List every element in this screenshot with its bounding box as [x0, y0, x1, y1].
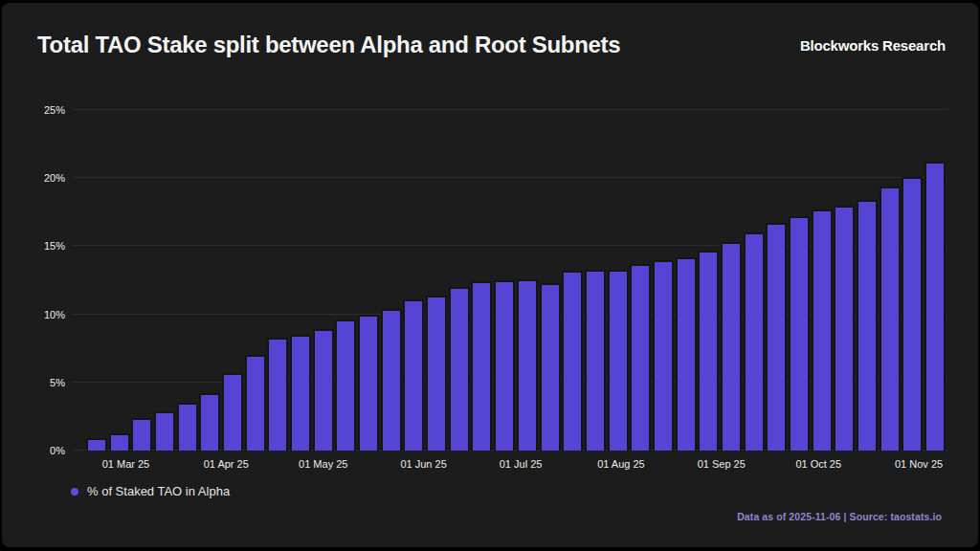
bar-2025-07-31 [608, 270, 629, 451]
x-tick-label: 01 Nov 25 [895, 458, 943, 470]
bar-2025-05-22 [381, 309, 402, 451]
bar-2025-10-16 [857, 200, 878, 451]
gridline-20% [73, 177, 947, 178]
bar-2025-05-01 [313, 329, 334, 451]
x-tick-label: 01 Apr 25 [204, 458, 249, 470]
bar-2025-06-05 [426, 296, 447, 451]
page-title: Total TAO Stake split between Alpha and … [37, 32, 620, 58]
bar-2025-05-08 [335, 320, 356, 451]
brand-text: Blockworks Research [800, 37, 946, 54]
x-tick-label: 01 May 25 [299, 458, 347, 470]
bar-2025-02-20 [86, 438, 107, 451]
bar-2025-03-06 [131, 418, 152, 451]
y-tick-label: 5% [2, 376, 65, 389]
bar-2025-02-27 [109, 433, 130, 452]
bar-2025-06-26 [494, 280, 515, 451]
bar-2025-08-28 [698, 251, 719, 451]
plot-area [73, 110, 947, 451]
bar-2025-05-15 [358, 315, 379, 451]
bar-2025-09-25 [789, 216, 810, 451]
bar-2025-07-17 [562, 271, 583, 451]
bar-2025-09-04 [721, 242, 742, 451]
x-tick-label: 01 Sep 25 [698, 458, 746, 470]
bar-2025-08-14 [653, 260, 674, 451]
footer-source-note: Data as of 2025-11-06 | Source: taostats… [737, 511, 942, 522]
bar-2025-07-24 [585, 270, 606, 451]
bar-2025-10-02 [812, 209, 833, 451]
legend: % of Staked TAO in Alpha [71, 484, 230, 498]
bar-2025-04-17 [267, 338, 288, 451]
bar-2025-04-10 [245, 355, 266, 451]
bar-2025-06-19 [471, 281, 492, 451]
bar-2025-04-24 [290, 335, 311, 451]
x-tick-label: 01 Aug 25 [597, 458, 645, 470]
bar-2025-05-29 [403, 299, 424, 451]
bar-2025-06-12 [449, 287, 470, 451]
bar-2025-08-07 [630, 264, 651, 451]
x-tick-label: 01 Oct 25 [795, 458, 841, 470]
bar-2025-03-13 [154, 411, 175, 451]
bar-2025-10-23 [880, 187, 901, 451]
bar-2025-03-20 [177, 403, 198, 451]
y-tick-label: 10% [2, 308, 65, 321]
y-tick-label: 15% [2, 239, 65, 253]
y-tick-label: 25% [2, 103, 65, 117]
bar-2025-04-03 [222, 373, 243, 451]
y-tick-label: 0% [2, 444, 65, 457]
bar-2025-03-27 [199, 393, 220, 451]
bar-2025-10-09 [834, 206, 855, 451]
bar-2025-11-06 [924, 162, 946, 451]
bar-2025-08-21 [676, 257, 697, 451]
x-tick-label: 01 Mar 25 [102, 458, 150, 470]
gridline-25% [73, 109, 947, 110]
legend-label: % of Staked TAO in Alpha [87, 484, 230, 498]
bar-2025-07-10 [540, 283, 561, 451]
legend-dot-icon [71, 488, 78, 496]
bar-2025-10-30 [902, 177, 923, 451]
y-tick-label: 20% [2, 171, 65, 185]
bar-2025-09-11 [744, 232, 765, 451]
bar-2025-07-03 [517, 279, 538, 451]
chart-screenshot: Total TAO Stake split between Alpha and … [0, 0, 980, 551]
x-tick-label: 01 Jul 25 [500, 458, 543, 470]
chart-panel: Total TAO Stake split between Alpha and … [2, 3, 978, 547]
bar-2025-09-18 [766, 223, 787, 451]
x-tick-label: 01 Jun 25 [400, 458, 446, 470]
